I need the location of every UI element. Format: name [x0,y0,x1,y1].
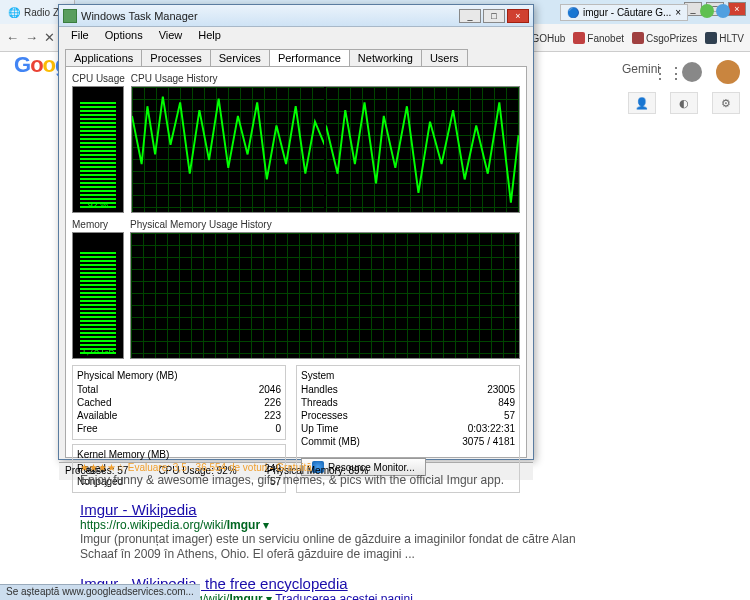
kernelmem-heading: Kernel Memory (MB) [77,449,281,460]
result-url: https://ro.wikipedia.org/wiki/Imgur ▾ [80,518,580,532]
browser-tab[interactable]: 🔵imgur - Căutare G...× [560,4,688,21]
stat-row: Total2046 [77,383,281,396]
stat-row: Free0 [77,422,281,435]
menu-bar: File Options View Help [59,27,533,45]
cpu-history-label: CPU Usage History [131,73,520,84]
system-heading: System [301,370,515,381]
mem-history-label: Physical Memory Usage History [130,219,520,230]
search-result: ★★★★☆ Evaluare: 3,5 - 36.554 de voturi -… [80,462,580,489]
browser-statusbar: Se așteaptă www.googleadservices.com... [0,584,200,600]
tab-processes[interactable]: Processes [141,49,210,66]
physmem-heading: Physical Memory (MB) [77,370,281,381]
reload-icon[interactable]: ✕ [44,30,55,45]
bookmarks-bar: CSGOHub Fanobet CsgoPrizes HLTV [504,24,744,52]
signin-button[interactable]: 👤 [628,92,656,114]
bookmark-item[interactable]: Fanobet [573,32,624,44]
search-result: Imgur - Wikipedia https://ro.wikipedia.o… [80,501,580,563]
minimize-button[interactable]: _ [459,9,481,23]
bookmark-item[interactable]: CsgoPrizes [632,32,697,44]
performance-panel: CPU Usage 92 % CPU Usage History Memory [65,66,527,458]
chevron-down-icon[interactable]: ▾ [266,592,272,600]
globe-icon: 🌐 [8,7,20,18]
bookmark-item[interactable]: HLTV [705,32,744,44]
back-icon[interactable]: ← [6,30,19,45]
safesearch-button[interactable]: ◐ [670,92,698,114]
memory-gauge-value: 1,78 GB [73,346,123,356]
chevron-down-icon[interactable]: ▾ [263,518,269,532]
menu-options[interactable]: Options [97,27,151,45]
result-snippet: Enjoy funny & awesome images, gifs, meme… [80,473,580,489]
account-avatar[interactable] [716,60,740,84]
extension-icon[interactable] [716,4,730,18]
tab-applications[interactable]: Applications [65,49,142,66]
rating-line: ★★★★☆ Evaluare: 3,5 - 36.554 de voturi -… [80,462,580,473]
taskmgr-icon [63,9,77,23]
titlebar[interactable]: Windows Task Manager _ □ × [59,5,533,27]
stat-row: Up Time0:03:22:31 [301,422,515,435]
task-manager-window: Windows Task Manager _ □ × File Options … [58,4,534,460]
stat-row: Processes57 [301,409,515,422]
tab-services[interactable]: Services [210,49,270,66]
extension-icon[interactable] [700,4,714,18]
tab-label: imgur - Căutare G... [583,7,671,18]
result-snippet: Imgur (pronunțat imager) este un servici… [80,532,580,563]
menu-file[interactable]: File [63,27,97,45]
close-button[interactable]: × [728,2,746,16]
apps-grid-icon[interactable]: ⋮⋮⋮ [652,64,668,80]
memory-label: Memory [72,219,124,230]
bookmark-label: HLTV [719,33,744,44]
stat-row: Cached226 [77,396,281,409]
cpu-gauge-value: 92 % [73,200,123,210]
cpu-usage-label: CPU Usage [72,73,125,84]
tab-users[interactable]: Users [421,49,468,66]
menu-view[interactable]: View [151,27,191,45]
close-tab-icon[interactable]: × [675,7,681,18]
translate-link[interactable]: Traducerea acestei pagini [275,592,413,600]
memory-gauge: 1,78 GB [72,232,124,359]
stat-row: Threads849 [301,396,515,409]
search-results: ★★★★☆ Evaluare: 3,5 - 36.554 de voturi -… [80,462,580,600]
close-button[interactable]: × [507,9,529,23]
cpu-gauge: 92 % [72,86,124,213]
stat-row: Handles23005 [301,383,515,396]
cpu-history-graph [131,86,520,213]
mem-history-graph [130,232,520,359]
tab-bar: Applications Processes Services Performa… [65,49,527,66]
notifications-icon[interactable] [682,62,702,82]
menu-help[interactable]: Help [190,27,229,45]
stat-row: Available223 [77,409,281,422]
bookmark-label: CsgoPrizes [646,33,697,44]
maximize-button[interactable]: □ [483,9,505,23]
settings-button[interactable]: ⚙ [712,92,740,114]
globe-icon: 🔵 [567,7,579,18]
tab-networking[interactable]: Networking [349,49,422,66]
tab-performance[interactable]: Performance [269,49,350,66]
window-title: Windows Task Manager [81,10,459,22]
bookmark-label: Fanobet [587,33,624,44]
result-title-link[interactable]: Imgur - Wikipedia [80,501,197,518]
forward-icon[interactable]: → [25,30,38,45]
stat-row: Commit (MB)3075 / 4181 [301,435,515,448]
